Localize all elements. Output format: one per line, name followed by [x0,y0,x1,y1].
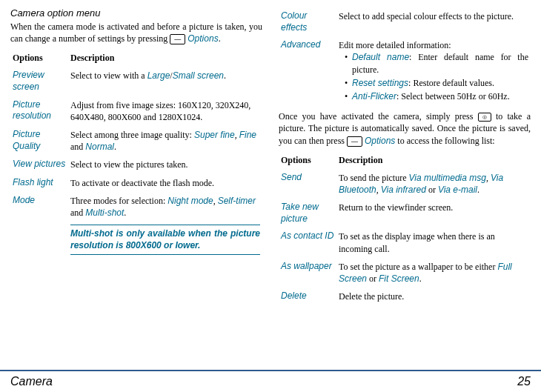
text: Select among three image quality: [70,130,194,140]
note-multishot: Multi-shot is only available when the pi… [70,225,260,254]
desc-picture-quality: Select among three image quality: Super … [68,126,262,156]
table-row: As wallpaperTo set the picture as a wall… [279,258,531,288]
text: Three modes for selection: [70,196,167,206]
inline-option: Via infrared [381,185,426,195]
text: To set the picture as a wallpaper to be … [339,262,497,272]
bullet-icon: • [345,90,352,102]
mid-paragraph: Once you have activated the camera, simp… [279,110,531,147]
inline-option: Night mode [167,196,213,206]
text: To send the picture [339,173,408,183]
inline-option: Default name [352,52,409,62]
opt-as-wallpaper: As wallpaper [279,258,336,288]
options-table-left: OptionsDescription Preview screenSelect … [10,50,262,257]
intro-text-b: . [219,33,221,44]
desc-take-new-picture: Return to the viewfinder screen. [336,199,531,227]
text: . [419,273,422,284]
table-row: Picture QualitySelect among three image … [10,126,262,156]
text: : Select between 50Hz or 60Hz. [396,91,510,102]
table-row: Picture resolutionAdjust from five image… [10,96,262,126]
text: and [70,207,85,218]
table-row: Multi-shot is only available when the pi… [10,222,262,257]
inline-option: Fit Screen [379,273,419,284]
opt-picture-quality: Picture Quality [10,126,68,156]
opt-as-contact-id: As contact ID [279,227,336,257]
table-row: As contact IDTo set as the display image… [279,227,531,257]
note-emphasis: Multi-shot [70,228,113,239]
inline-option: Large [147,70,170,81]
opt-take-new-picture: Take new picture [279,199,336,227]
text: or [367,273,379,284]
adv-item: •Reset settings: Restore default values. [345,77,528,89]
desc-view-pictures: Select to view the pictures taken. [68,156,262,173]
options-label: Options [365,136,395,146]
desc-as-contact-id: To set as the display image when there i… [336,227,531,257]
opt-preview-screen: Preview screen [10,67,68,96]
table-row: DeleteDelete the picture. [279,288,531,305]
adv-item: •Default name: Enter default name for th… [345,51,528,75]
bullet-icon: • [345,51,352,75]
opt-colour-effects: Colour effects [279,7,336,36]
softkey-icon: — [170,34,185,44]
desc-send: To send the picture Via multimedia msg, … [336,169,531,199]
opt-view-pictures: View pictures [10,156,68,173]
desc-preview-screen: Select to view with a Large/Small screen… [68,67,262,96]
inline-option: Via multimedia msg [408,173,485,183]
text: Select to view with a [70,70,147,81]
inline-option: Super fine [194,130,235,140]
desc-picture-resolution: Adjust from five image sizes: 160X120, 3… [68,96,262,126]
text: : Restore default values. [408,78,494,88]
col-header-description: Description [68,50,262,67]
opt-flash-light: Flash light [10,174,68,192]
opt-picture-resolution: Picture resolution [10,96,68,126]
desc-flash-light: To activate or deactivate the flash mode… [68,174,262,192]
col-header-options: Options [279,152,336,169]
page-footer: Camera 25 [0,370,541,392]
intro-paragraph: When the camera mode is activated and be… [10,21,262,44]
desc-delete: Delete the picture. [336,288,531,305]
options-table-right-bottom: OptionsDescription SendTo send the pictu… [279,152,531,306]
text: . [114,142,116,152]
bullet-icon: • [345,77,352,89]
options-table-right-top: Colour effectsSelect to add special colo… [279,7,531,107]
footer-page-number: 25 [517,375,531,388]
table-row: Colour effectsSelect to add special colo… [279,7,531,36]
table-row: Flash lightTo activate or deactivate the… [10,174,262,192]
adv-intro: Edit more detailed information: [339,39,528,51]
table-row: Preview screenSelect to view with a Larg… [10,67,262,96]
opt-send: Send [279,169,336,199]
text: . [224,70,226,81]
table-row: Take new pictureReturn to the viewfinder… [279,199,531,227]
inline-option: Reset settings [352,78,408,88]
inline-option: Multi-shot [85,207,124,218]
desc-mode: Three modes for selection: Night mode, S… [68,192,262,222]
col-header-description: Description [336,152,531,169]
inline-option: Self-timer [218,196,256,206]
opt-mode: Mode [10,192,68,222]
section-heading: Camera option menu [10,7,262,19]
text: to access the following list: [395,136,494,146]
text: Once you have activated the camera, simp… [279,111,478,122]
desc-as-wallpaper: To set the picture as a wallpaper to be … [336,258,531,288]
softkey-icon: — [347,136,362,147]
footer-section-name: Camera [10,375,53,388]
table-row: ModeThree modes for selection: Night mod… [10,192,262,222]
table-row: View picturesSelect to view the pictures… [10,156,262,173]
inline-option: Normal [85,142,114,152]
options-label: Options [187,33,218,44]
table-row: Advanced Edit more detailed information:… [279,36,531,107]
text: or [426,185,438,195]
inline-option: Anti-Flicker [352,91,396,102]
camera-key-icon: ◎ [478,113,491,122]
text: . [477,185,479,195]
intro-text-a: When the camera mode is activated and be… [10,21,262,44]
text: . [124,207,126,218]
opt-delete: Delete [279,288,336,305]
desc-colour-effects: Select to add special colour effects to … [336,7,531,36]
desc-advanced: Edit more detailed information: •Default… [336,36,531,107]
inline-option: Small screen [173,70,224,81]
inline-option: Via e-mail [438,185,477,195]
text: and [70,142,85,152]
table-row: SendTo send the picture Via multimedia m… [279,169,531,199]
adv-item: •Anti-Flicker: Select between 50Hz or 60… [345,90,528,102]
opt-advanced: Advanced [279,36,336,107]
